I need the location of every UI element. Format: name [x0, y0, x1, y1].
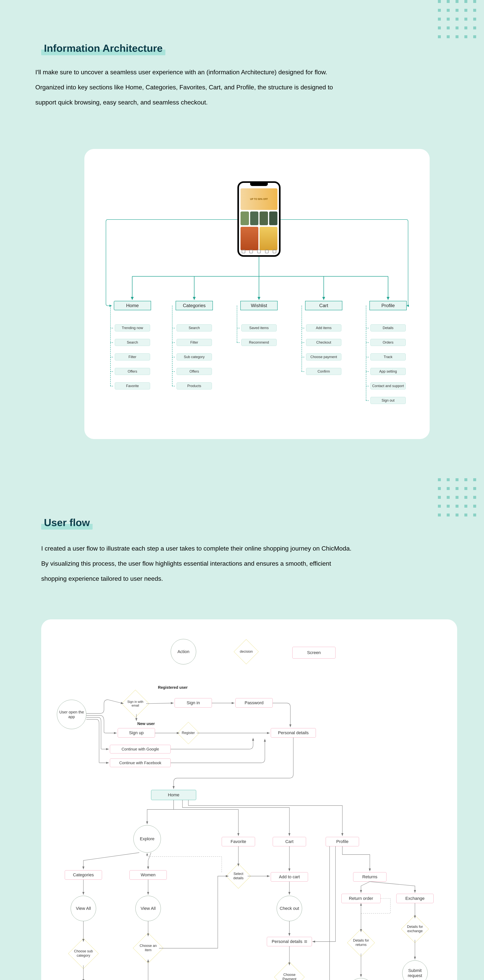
ia-item: Track [371, 353, 406, 360]
node-signin: Sign in [175, 698, 212, 708]
ia-item: Choose payment [306, 353, 341, 360]
node-start: User open the app [57, 700, 86, 729]
node-select-details: Select details [226, 864, 251, 888]
ia-head-wishlist: Wishlist [240, 301, 278, 310]
ia-item: Offers [177, 368, 212, 375]
node-profile: Profile [326, 837, 359, 846]
node-register: Register [177, 722, 199, 744]
ia-item: Details [371, 325, 406, 331]
ia-item: Checkout [306, 339, 341, 346]
hamburger-icon [304, 940, 307, 943]
label-registered: Registered user [158, 685, 188, 690]
legend-decision: decision [234, 639, 259, 664]
legend-screen: Screen [292, 647, 335, 659]
section-title-ia: Information Architecture [41, 41, 165, 55]
flow-connectors [41, 619, 457, 980]
node-explore: Explore [133, 825, 161, 853]
ia-item: Add items [306, 325, 341, 331]
decor-dots-mid [438, 478, 476, 517]
node-exchange: Exchange [396, 894, 434, 903]
node-submit-1: Submit request [348, 978, 374, 980]
node-add-to-cart: Add to cart [271, 872, 308, 881]
decor-dots-top [438, 0, 476, 38]
ia-item: Filter [115, 353, 150, 360]
ia-head-cart: Cart [305, 301, 342, 310]
ia-item: Recommend [241, 339, 276, 346]
node-favorite: Favorite [222, 837, 255, 846]
ia-connectors [85, 149, 430, 439]
ia-item: Filter [177, 339, 212, 346]
node-viewall-2: View All [135, 896, 161, 921]
node-personal-details: Personal details [271, 728, 316, 738]
section-paragraph-userflow: I created a user flow to illustrate each… [41, 541, 355, 586]
node-returns: Returns [353, 872, 387, 881]
ia-item: Offers [115, 368, 150, 375]
node-facebook: Continue with Facebook [110, 759, 171, 767]
node-return-order: Return order [341, 894, 380, 903]
node-submit-2: Submit request [402, 960, 428, 980]
node-choose-sub: Choose sub category [68, 938, 99, 969]
node-women: Women [129, 870, 167, 880]
ia-item: Trending now [115, 325, 150, 331]
ia-item: Confirm [306, 368, 341, 375]
ia-item: Products [177, 382, 212, 390]
node-details-exchange: Details for exchange [401, 915, 429, 943]
ia-head-home: Home [114, 301, 151, 310]
node-signup: Sign up [118, 728, 155, 738]
node-cart: Cart [273, 837, 306, 846]
legend-action: Action [171, 639, 196, 665]
node-choose-payment: Choose Payment [274, 962, 305, 980]
node-home: Home [151, 790, 196, 800]
node-checkout: Check out [276, 896, 302, 921]
section-title-userflow: User flow [41, 515, 93, 530]
node-signin-email: Sign in with email [121, 690, 149, 718]
ia-head-profile: Profile [369, 301, 407, 310]
node-password: Password [235, 698, 273, 708]
ia-head-categories: Categories [176, 301, 213, 310]
node-details-returns: Details for returns [347, 929, 375, 956]
ia-item: Saved items [241, 325, 276, 331]
section-paragraph-ia: I'll make sure to uncover a seamless use… [35, 65, 349, 110]
node-google: Continue with Google [110, 745, 171, 753]
node-viewall-1: View All [70, 896, 96, 921]
ia-diagram-panel: UP TO 50% OFF HomeTrending nowSearchFilt… [85, 149, 430, 439]
ia-item: Sub category [177, 353, 212, 360]
userflow-panel: Action decision Screen User open the app… [41, 619, 457, 980]
node-personal-details-2: Personal details [267, 937, 312, 946]
ia-item: Sign out [371, 397, 406, 404]
node-categories: Categories [65, 870, 102, 880]
ia-item: Search [115, 339, 150, 346]
ia-item: Favorite [115, 382, 150, 390]
node-choose-item: Choose an item [133, 933, 163, 963]
ia-item: Search [177, 325, 212, 331]
label-newuser: New user [137, 721, 155, 726]
ia-item: Orders [371, 339, 406, 346]
ia-item: Contact and support [371, 382, 406, 390]
ia-item: App setting [371, 368, 406, 375]
